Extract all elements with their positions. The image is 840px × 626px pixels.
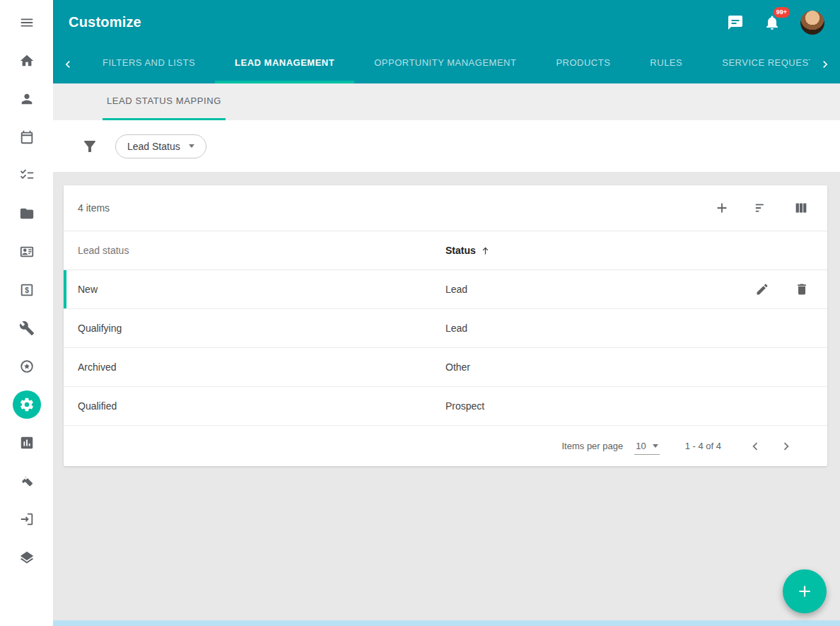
filter-row: Lead Status — [53, 120, 840, 172]
tab-rules[interactable]: RULES — [630, 45, 702, 83]
cell-lead-status: Qualifying — [78, 323, 445, 334]
sidebar-item-home[interactable] — [13, 47, 41, 75]
delete-icon[interactable] — [795, 282, 809, 296]
table-row[interactable]: New Lead — [64, 270, 827, 309]
table-header-row: Lead status Status — [64, 231, 827, 270]
sidebar-item-reports[interactable] — [13, 429, 41, 457]
columns-icon[interactable] — [793, 200, 809, 216]
star-badge-icon — [19, 359, 35, 374]
card-header: 4 items — [64, 185, 827, 231]
avatar[interactable] — [800, 11, 824, 35]
sidebar: $ — [0, 0, 53, 626]
sidebar-item-tasks[interactable] — [13, 161, 41, 190]
sidebar-item-documents[interactable] — [13, 199, 41, 228]
items-per-page-label: Items per page — [562, 441, 624, 451]
tab-filters-and-lists[interactable]: FILTERS AND LISTS — [83, 45, 215, 83]
page-title: Customize — [69, 14, 141, 30]
sidebar-item-integrations[interactable] — [13, 543, 41, 572]
layers-icon — [19, 550, 35, 565]
page-size-select[interactable]: 10 — [634, 438, 659, 455]
lead-status-filter-chip[interactable]: Lead Status — [115, 134, 206, 158]
contacts-icon — [19, 244, 35, 260]
column-header-lead-status[interactable]: Lead status — [78, 245, 445, 256]
sidebar-item-calendar[interactable] — [13, 123, 41, 151]
plus-icon — [795, 582, 814, 601]
sidebar-item-quotations[interactable]: $ — [13, 276, 41, 304]
gear-icon — [19, 397, 35, 412]
cell-lead-status: Qualified — [78, 400, 445, 412]
tab-lead-management[interactable]: LEAD MANAGEMENT — [215, 45, 354, 83]
row-actions — [755, 282, 809, 296]
sidebar-item-contacts[interactable] — [13, 238, 41, 266]
login-arrow-icon — [19, 511, 35, 527]
sub-tab-bar: LEAD STATUS MAPPING — [53, 83, 840, 120]
content-area: 4 items Lead status Status — [53, 172, 840, 620]
header-actions: 99+ — [727, 11, 824, 35]
sidebar-item-settings[interactable] — [13, 390, 41, 419]
previous-page-button[interactable] — [740, 439, 771, 454]
tab-products[interactable]: PRODUCTS — [536, 45, 630, 83]
chip-label: Lead Status — [127, 141, 180, 152]
cell-status: Lead — [445, 323, 809, 334]
customize-tab-bar: FILTERS AND LISTS LEAD MANAGEMENT OPPORT… — [53, 45, 840, 83]
cell-status: Other — [445, 361, 809, 373]
folder-icon — [19, 206, 35, 221]
chevron-down-icon — [189, 144, 194, 148]
sort-icon[interactable] — [754, 200, 769, 216]
handshake-icon — [19, 473, 35, 489]
bar-chart-icon — [19, 435, 35, 451]
tab-service-request-management[interactable]: SERVICE REQUEST MANAGEMI — [702, 45, 810, 83]
horizontal-scrollbar[interactable] — [53, 620, 840, 626]
app-bar: Customize 99+ — [53, 0, 840, 45]
tabs-scroll-right-button[interactable] — [810, 45, 840, 83]
tab-opportunity-management[interactable]: OPPORTUNITY MANAGEMENT — [354, 45, 536, 83]
cell-status: Prospect — [445, 400, 809, 412]
items-count: 4 items — [78, 202, 110, 214]
cell-status: Lead — [445, 284, 755, 295]
chevron-down-icon — [653, 444, 658, 448]
paginator: Items per page 10 1 - 4 of 4 — [64, 426, 827, 466]
page-range-label: 1 - 4 of 4 — [685, 441, 721, 451]
chat-button[interactable] — [727, 14, 744, 31]
wrench-icon — [19, 320, 35, 336]
chat-icon — [727, 14, 744, 31]
card-actions — [714, 200, 809, 216]
table-row[interactable]: Qualifying Lead — [64, 309, 827, 348]
menu-icon[interactable] — [13, 8, 41, 37]
sidebar-item-goals[interactable] — [13, 352, 41, 381]
next-page-button[interactable] — [771, 439, 802, 454]
table-row[interactable]: Qualified Prospect — [64, 387, 827, 426]
person-icon — [19, 91, 35, 107]
tabs: FILTERS AND LISTS LEAD MANAGEMENT OPPORT… — [83, 45, 810, 83]
page-size-value: 10 — [636, 441, 646, 451]
chevron-right-icon — [818, 57, 832, 71]
svg-text:$: $ — [25, 286, 29, 294]
lead-status-mapping-card: 4 items Lead status Status — [64, 185, 827, 466]
sidebar-item-deals[interactable] — [13, 467, 41, 495]
sidebar-item-tools[interactable] — [13, 314, 41, 342]
add-icon[interactable] — [714, 200, 730, 216]
notifications-button[interactable]: 99+ — [764, 14, 781, 31]
column-header-status[interactable]: Status — [445, 245, 809, 256]
filter-icon[interactable] — [81, 138, 98, 155]
dollar-document-icon: $ — [19, 282, 35, 298]
sidebar-item-exit[interactable] — [13, 505, 41, 533]
hamburger-icon — [19, 15, 35, 30]
chevron-right-icon — [778, 439, 794, 454]
tabs-scroll-left-button[interactable] — [53, 45, 83, 83]
chevron-left-icon — [61, 57, 75, 71]
chevron-left-icon — [747, 439, 763, 454]
edit-icon[interactable] — [755, 282, 769, 296]
notification-badge: 99+ — [774, 7, 790, 18]
home-icon — [19, 53, 35, 69]
cell-lead-status: Archived — [78, 361, 445, 373]
checklist-icon — [19, 168, 35, 183]
sidebar-item-account[interactable] — [13, 85, 41, 113]
table-row[interactable]: Archived Other — [64, 348, 827, 387]
cell-lead-status: New — [78, 284, 445, 295]
add-fab[interactable] — [783, 569, 827, 613]
tab-lead-status-mapping[interactable]: LEAD STATUS MAPPING — [103, 83, 226, 120]
column-header-status-label: Status — [445, 245, 476, 256]
calendar-icon — [19, 129, 35, 145]
sort-ascending-icon — [480, 245, 491, 256]
